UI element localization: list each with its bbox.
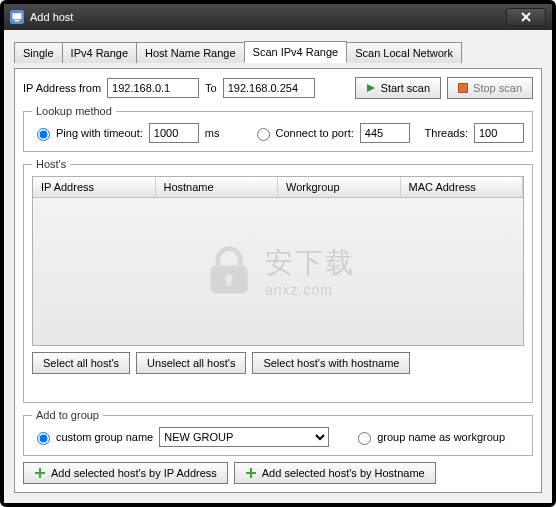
- ip-from-label: IP Address from: [23, 82, 101, 94]
- watermark: 安下载 anxz.com: [201, 243, 355, 299]
- tab-single[interactable]: Single: [14, 42, 63, 63]
- select-all-button[interactable]: Select all host's: [32, 352, 130, 374]
- connect-port-input[interactable]: [360, 123, 410, 143]
- ping-timeout-input[interactable]: [149, 123, 199, 143]
- lock-icon: [201, 243, 257, 299]
- connect-radio[interactable]: Connect to port:: [252, 125, 354, 141]
- hosts-group: Host's IP Address Hostname Workgroup MAC…: [23, 158, 533, 403]
- col-ip[interactable]: IP Address: [33, 177, 156, 197]
- close-button[interactable]: [506, 8, 546, 26]
- svg-rect-11: [246, 472, 256, 474]
- start-scan-button[interactable]: Start scan: [355, 77, 442, 99]
- add-group-legend: Add to group: [32, 409, 103, 421]
- plus-icon: [245, 467, 257, 479]
- unselect-all-button[interactable]: Unselect all host's: [136, 352, 246, 374]
- threads-input[interactable]: [474, 123, 524, 143]
- ip-range-row: IP Address from To Start scan Stop scan: [23, 77, 533, 99]
- add-to-group: Add to group custom group name NEW GROUP…: [23, 409, 533, 456]
- app-icon: [10, 10, 24, 24]
- select-with-hostname-button[interactable]: Select host's with hostname: [252, 352, 410, 374]
- svg-rect-9: [35, 472, 45, 474]
- ip-from-input[interactable]: [107, 78, 199, 98]
- lookup-legend: Lookup method: [32, 105, 116, 117]
- ping-unit: ms: [205, 127, 220, 139]
- hosts-header: IP Address Hostname Workgroup MAC Addres…: [33, 177, 523, 198]
- col-workgroup[interactable]: Workgroup: [278, 177, 401, 197]
- col-mac[interactable]: MAC Address: [401, 177, 524, 197]
- col-hostname[interactable]: Hostname: [156, 177, 279, 197]
- svg-rect-7: [227, 278, 231, 285]
- content-area: Single IPv4 Range Host Name Range Scan I…: [4, 30, 552, 503]
- tab-hostname-range[interactable]: Host Name Range: [136, 42, 245, 63]
- tab-scan-local-network[interactable]: Scan Local Network: [346, 42, 462, 63]
- custom-group-radio[interactable]: custom group name: [32, 429, 153, 445]
- ip-to-input[interactable]: [223, 78, 315, 98]
- plus-icon: [34, 467, 46, 479]
- hosts-body: 安下载 anxz.com: [33, 198, 523, 344]
- play-icon: [366, 83, 376, 93]
- tabpage-scan-ipv4: IP Address from To Start scan Stop scan …: [14, 68, 542, 493]
- svg-rect-1: [15, 20, 20, 22]
- window-title: Add host: [30, 11, 73, 23]
- workgroup-radio[interactable]: group name as workgroup: [353, 429, 505, 445]
- add-by-ip-button[interactable]: Add selected host's by IP Address: [23, 462, 228, 484]
- stop-icon: [458, 83, 468, 93]
- svg-marker-4: [367, 84, 375, 92]
- svg-rect-0: [13, 13, 22, 19]
- add-by-hostname-button[interactable]: Add selected host's by Hostname: [234, 462, 436, 484]
- ping-radio[interactable]: Ping with timeout:: [32, 125, 143, 141]
- hosts-table[interactable]: IP Address Hostname Workgroup MAC Addres…: [32, 176, 524, 346]
- stop-scan-button[interactable]: Stop scan: [447, 77, 533, 99]
- ip-to-label: To: [205, 82, 217, 94]
- tab-scan-ipv4-range[interactable]: Scan IPv4 Range: [244, 41, 348, 63]
- titlebar: Add host: [4, 4, 552, 30]
- lookup-method-group: Lookup method Ping with timeout: ms Conn…: [23, 105, 533, 152]
- add-host-window: Add host Single IPv4 Range Host Name Ran…: [0, 0, 556, 507]
- tab-ipv4-range[interactable]: IPv4 Range: [62, 42, 137, 63]
- threads-label: Threads:: [425, 127, 468, 139]
- tabstrip: Single IPv4 Range Host Name Range Scan I…: [14, 40, 542, 62]
- hosts-legend: Host's: [32, 158, 70, 170]
- group-name-select[interactable]: NEW GROUP: [159, 427, 329, 447]
